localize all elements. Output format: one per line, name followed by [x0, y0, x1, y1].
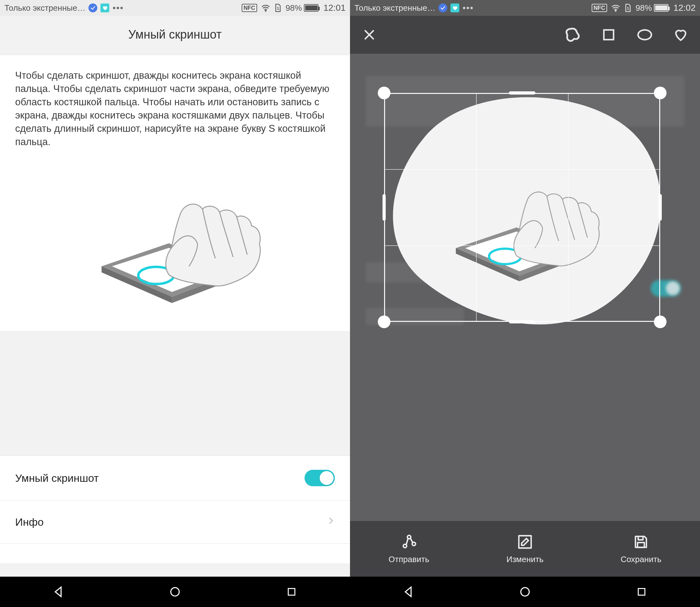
status-bar: Только экстренные… ••• NFC 1 98% 12:01 — [0, 0, 350, 16]
shape-oval-button[interactable] — [635, 25, 655, 45]
carrier-text: Только экстренные… — [4, 3, 85, 13]
info-label: Инфо — [15, 516, 327, 528]
svg-point-18 — [521, 588, 529, 596]
svg-rect-9 — [604, 30, 614, 40]
crop-handle-bottom[interactable] — [509, 320, 535, 323]
svg-point-1 — [265, 10, 266, 11]
info-row[interactable]: Инфо — [0, 500, 350, 544]
checkmark-icon — [438, 3, 447, 12]
battery-indicator: 98% — [286, 3, 319, 13]
crop-handle-tr[interactable] — [654, 87, 666, 99]
nfc-icon: NFC — [592, 4, 607, 12]
notification-app-icon — [101, 3, 109, 12]
svg-line-14 — [406, 538, 408, 545]
crop-toolbar — [350, 16, 700, 54]
svg-line-15 — [410, 538, 413, 543]
nav-recent-button[interactable] — [622, 577, 660, 607]
crop-handle-bl[interactable] — [378, 315, 390, 328]
phone-right: Только экстренные… ••• NFC 1 98% 12:02 — [350, 0, 700, 607]
crop-handle-left[interactable] — [382, 194, 386, 221]
svg-point-10 — [638, 30, 651, 40]
svg-rect-4 — [288, 589, 295, 595]
nav-recent-button[interactable] — [272, 577, 310, 607]
toggle-label: Умный скриншот — [15, 472, 305, 484]
more-notifications-icon: ••• — [112, 3, 124, 13]
svg-text:1: 1 — [627, 6, 629, 11]
share-button[interactable]: Отправить — [389, 533, 429, 564]
share-label: Отправить — [389, 554, 429, 564]
smart-screenshot-toggle-row[interactable]: Умный скриншот — [0, 456, 350, 500]
sim-icon: 1 — [274, 3, 282, 12]
action-bar: Отправить Изменить Сохранить — [350, 521, 700, 577]
svg-point-5 — [615, 10, 616, 11]
sim-icon: 1 — [624, 3, 632, 12]
shape-square-button[interactable] — [599, 25, 618, 45]
svg-point-3 — [171, 588, 179, 596]
svg-rect-19 — [638, 589, 645, 595]
description-text: Чтобы сделать скриншот, дважды коснитесь… — [15, 69, 335, 149]
phone-left: Только экстренные… ••• NFC 1 98% 12:01 — [0, 0, 350, 607]
svg-rect-16 — [519, 536, 531, 548]
description-card: Чтобы сделать скриншот, дважды коснитесь… — [0, 55, 350, 332]
crop-handle-br[interactable] — [654, 315, 666, 328]
save-label: Сохранить — [621, 554, 661, 564]
battery-indicator: 98% — [636, 3, 669, 13]
nav-home-button[interactable] — [506, 577, 544, 607]
clock-text: 12:02 — [674, 3, 696, 13]
more-notifications-icon: ••• — [462, 3, 474, 13]
nfc-icon: NFC — [242, 4, 257, 12]
notification-app-icon — [451, 3, 459, 12]
page-title: Умный скриншот — [0, 16, 350, 55]
edit-label: Изменить — [506, 554, 543, 564]
clock-text: 12:01 — [324, 3, 346, 13]
nav-bar — [0, 577, 350, 607]
checkmark-icon — [88, 3, 97, 12]
svg-text:1: 1 — [277, 6, 279, 11]
wifi-icon — [611, 4, 620, 12]
toggle-switch[interactable] — [305, 470, 335, 486]
wifi-icon — [261, 4, 270, 12]
chevron-right-icon — [327, 515, 335, 529]
save-button[interactable]: Сохранить — [621, 533, 661, 564]
status-bar: Только экстренные… ••• NFC 1 98% 12:02 — [350, 0, 700, 16]
nav-back-button[interactable] — [390, 577, 428, 607]
carrier-text: Только экстренные… — [354, 3, 435, 13]
edit-button[interactable]: Изменить — [506, 533, 543, 564]
knuckle-illustration — [15, 164, 335, 313]
shape-freeform-button[interactable] — [563, 25, 583, 45]
nav-back-button[interactable] — [40, 577, 78, 607]
close-button[interactable] — [359, 25, 379, 45]
shape-heart-button[interactable] — [671, 25, 691, 45]
svg-rect-17 — [637, 543, 644, 547]
crop-handle-tl[interactable] — [378, 87, 390, 99]
crop-handle-top[interactable] — [509, 91, 535, 95]
nav-home-button[interactable] — [156, 577, 194, 607]
crop-region[interactable] — [384, 93, 660, 322]
crop-handle-right[interactable] — [659, 194, 662, 221]
nav-bar — [350, 577, 700, 607]
